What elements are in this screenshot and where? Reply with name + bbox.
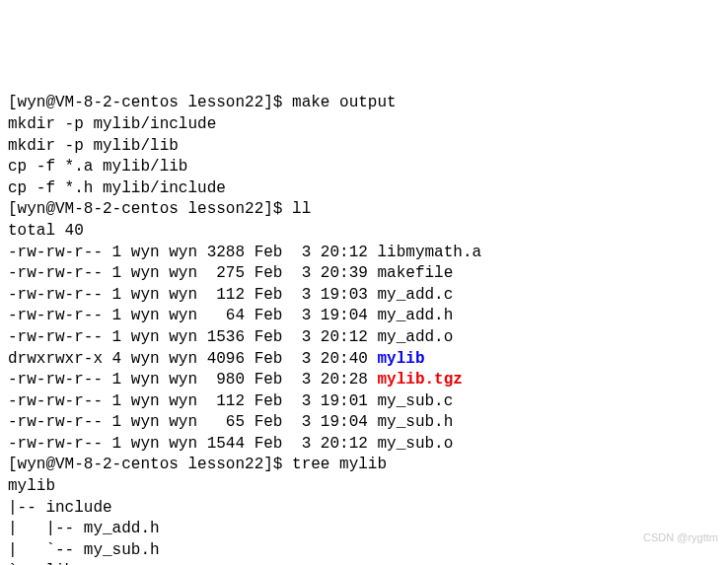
- prompt: [wyn@VM-8-2-centos lesson22]$: [8, 94, 292, 111]
- command: tree mylib: [292, 456, 387, 473]
- output-line: mkdir -p mylib/include: [8, 115, 216, 133]
- command: ll: [292, 200, 311, 218]
- file-name: my_sub.c: [377, 392, 453, 410]
- file-name: my_add.c: [377, 286, 453, 304]
- file-name: makefile: [377, 264, 453, 282]
- file-name: libmymath.a: [377, 244, 481, 261]
- file-name: my_add.h: [377, 307, 453, 324]
- file-listing: -rw-rw-r-- 1 wyn wyn 3288 Feb 3 20:12 li…: [8, 243, 720, 456]
- watermark: CSDN @rygttm: [643, 530, 718, 545]
- prompt: [wyn@VM-8-2-centos lesson22]$: [8, 456, 292, 473]
- tree-line: | `-- my_sub.h: [8, 541, 160, 559]
- tree-line: | |-- my_add.h: [8, 520, 160, 537]
- file-name: mylib.tgz: [377, 371, 462, 388]
- total-line: total 40: [8, 222, 84, 240]
- tree-line: mylib: [8, 477, 55, 495]
- output-line: mkdir -p mylib/lib: [8, 137, 179, 155]
- command: make output: [292, 94, 397, 111]
- prompt: [wyn@VM-8-2-centos lesson22]$: [8, 200, 292, 218]
- output-line: cp -f *.h mylib/include: [8, 179, 226, 197]
- terminal-output: [wyn@VM-8-2-centos lesson22]$ make outpu…: [8, 93, 720, 565]
- file-name: my_sub.h: [377, 413, 453, 431]
- tree-line: |-- include: [8, 499, 112, 517]
- file-name: my_add.o: [377, 328, 453, 346]
- file-name: my_sub.o: [377, 435, 453, 453]
- output-line: cp -f *.a mylib/lib: [8, 158, 187, 176]
- file-name: mylib: [377, 350, 424, 368]
